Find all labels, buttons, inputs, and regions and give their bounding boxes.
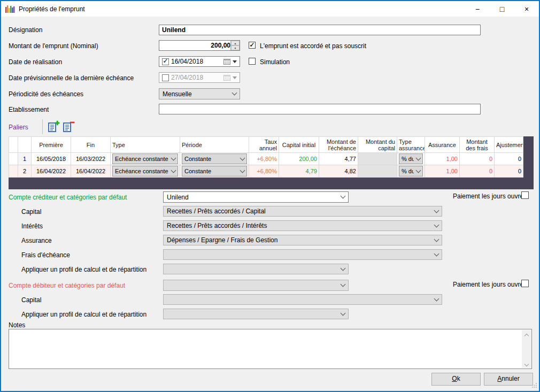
crediteur-interets-label: Intérêts bbox=[21, 222, 43, 230]
crediteur-assurance-label: Assurance bbox=[21, 237, 52, 244]
type-assurance-select[interactable]: % du ... bbox=[399, 166, 423, 176]
periode-select[interactable]: Constante bbox=[182, 166, 247, 176]
cell-fin[interactable]: 16/04/2022 bbox=[71, 165, 111, 178]
cell-premiere[interactable]: 16/05/2018 bbox=[32, 153, 71, 165]
crediteur-jours-ouvres-checkbox[interactable] bbox=[521, 191, 529, 199]
close-button[interactable]: × bbox=[514, 1, 539, 17]
simulation-checkbox[interactable] bbox=[249, 58, 256, 65]
spinner-up-icon[interactable]: ▲ bbox=[231, 41, 240, 45]
crediteur-frais-select[interactable] bbox=[163, 249, 442, 260]
debiteur-capital-select[interactable] bbox=[163, 294, 442, 305]
debiteur-profil-select[interactable] bbox=[163, 309, 349, 319]
cell-montant-echeance[interactable]: 4,77 bbox=[319, 153, 358, 165]
periode-select[interactable]: Constante bbox=[182, 153, 247, 164]
chevron-down-icon bbox=[414, 166, 422, 176]
header-capital-initial: Capital initial bbox=[279, 137, 319, 153]
cell-capital-initial[interactable]: 4,79 bbox=[279, 165, 319, 178]
ok-button[interactable]: Ok bbox=[431, 373, 481, 386]
cell-indicator[interactable] bbox=[9, 165, 18, 178]
type-select[interactable]: Echéance constante bbox=[112, 153, 178, 164]
cell-frais[interactable]: 0 bbox=[460, 165, 495, 178]
crediteur-assurance-select[interactable]: Dépenses / Epargne / Frais de Gestion bbox=[163, 235, 442, 245]
chevron-down-icon bbox=[341, 282, 346, 287]
cell-type: Echéance constante bbox=[111, 153, 180, 165]
cell-taux[interactable]: +6,80% bbox=[249, 153, 279, 165]
maximize-button[interactable]: □ bbox=[490, 1, 514, 17]
paliers-label: Paliers bbox=[9, 124, 28, 131]
cell-assurance[interactable]: 1,00 bbox=[425, 165, 460, 178]
date-dropdown-icon bbox=[233, 76, 237, 79]
etablissement-label: Etablissement bbox=[9, 106, 49, 113]
cell-num[interactable]: 2 bbox=[18, 165, 32, 178]
chevron-down-icon bbox=[434, 296, 439, 301]
date-realisation-field[interactable]: 16/04/2018 bbox=[159, 56, 240, 67]
etablissement-input[interactable] bbox=[159, 104, 481, 114]
montant-input[interactable]: 200,00 ▲ ▼ bbox=[159, 40, 240, 51]
chevron-down-icon bbox=[169, 154, 178, 164]
chevron-down-icon bbox=[238, 166, 246, 176]
periodicite-label: Périodicité des échéances bbox=[9, 90, 83, 98]
cell-type-assurance: % du ... bbox=[397, 165, 425, 178]
notes-textarea[interactable] bbox=[9, 329, 532, 369]
designation-input[interactable]: Unilend bbox=[159, 25, 481, 35]
debiteur-jours-ouvres-label: Paiement les jours ouvrés bbox=[453, 281, 527, 288]
debiteur-account-select[interactable] bbox=[163, 280, 349, 291]
cell-type: Echéance constante bbox=[111, 165, 180, 178]
paliers-grid: Première Fin Type Période Taux annuel Ca… bbox=[9, 136, 534, 189]
crediteur-capital-select[interactable]: Recettes / Prêts accordés / Capital bbox=[163, 206, 442, 217]
cell-capital-initial[interactable]: 200,00 bbox=[279, 153, 319, 165]
type-select[interactable]: Echéance constante bbox=[112, 166, 178, 176]
chevron-down-icon bbox=[434, 222, 439, 227]
add-palier-button[interactable] bbox=[47, 120, 60, 134]
periodicite-select[interactable]: Mensuelle bbox=[159, 88, 240, 99]
cell-taux[interactable]: +6,80% bbox=[249, 165, 279, 178]
spinner-down-icon[interactable]: ▼ bbox=[231, 45, 240, 50]
cell-montant-echeance[interactable]: 4,82 bbox=[319, 165, 358, 178]
cell-assurance[interactable]: 1,00 bbox=[425, 153, 460, 165]
resize-grip[interactable] bbox=[531, 382, 537, 390]
montant-spinner: ▲ ▼ bbox=[230, 41, 240, 50]
window-title: Propriétés de l'emprunt bbox=[19, 5, 85, 13]
minimize-button[interactable]: − bbox=[465, 1, 490, 17]
crediteur-interets-select[interactable]: Recettes / Prêts accordés / Intérêts bbox=[163, 220, 442, 231]
cell-periode: Constante bbox=[180, 165, 249, 178]
date-realisation-checkbox[interactable] bbox=[162, 58, 169, 65]
loan-properties-dialog: Propriétés de l'emprunt − □ × Désignatio… bbox=[0, 0, 540, 392]
calendar-icon bbox=[223, 59, 230, 65]
app-icon bbox=[5, 5, 15, 13]
header-type: Type bbox=[111, 137, 180, 153]
remove-palier-button[interactable] bbox=[61, 120, 75, 134]
cell-ajustement[interactable]: 0 bbox=[495, 165, 523, 178]
crediteur-account-select[interactable]: Unilend bbox=[163, 191, 349, 203]
accorde-checkbox[interactable] bbox=[249, 42, 256, 49]
titlebar: Propriétés de l'emprunt − □ × bbox=[1, 1, 539, 17]
date-previsionnelle-checkbox[interactable] bbox=[162, 74, 169, 81]
date-realisation-label: Date de réalisation bbox=[9, 58, 62, 66]
date-dropdown-icon[interactable] bbox=[233, 60, 237, 63]
scroll-up-icon[interactable] bbox=[524, 334, 528, 338]
debiteur-section-label: Compte débiteur et catégories par défaut bbox=[9, 282, 125, 289]
header-assurance: Assurance bbox=[425, 137, 460, 153]
cell-fin[interactable]: 16/03/2022 bbox=[71, 153, 111, 165]
calendar-icon bbox=[223, 75, 230, 81]
scroll-down-icon[interactable] bbox=[524, 362, 528, 366]
header-num bbox=[18, 137, 32, 153]
header-taux: Taux annuel bbox=[249, 137, 279, 153]
notes-scrollbar[interactable] bbox=[522, 330, 531, 368]
cell-premiere[interactable]: 16/04/2022 bbox=[32, 165, 71, 178]
cell-indicator[interactable] bbox=[9, 153, 18, 165]
date-previsionnelle-label: Date prévisionnelle de la dernière échéa… bbox=[9, 74, 134, 82]
accorde-label: L'emprunt est accordé et pas souscrit bbox=[260, 42, 366, 50]
cell-frais[interactable]: 0 bbox=[460, 153, 495, 165]
crediteur-profil-select[interactable] bbox=[163, 264, 349, 274]
debiteur-jours-ouvres-checkbox[interactable] bbox=[521, 280, 529, 287]
cell-ajustement[interactable]: 0 bbox=[495, 153, 523, 165]
cell-montant-capital bbox=[358, 153, 397, 165]
type-assurance-select[interactable]: % du ... bbox=[399, 153, 423, 164]
cancel-button[interactable]: Annuler bbox=[484, 373, 533, 386]
designation-label: Désignation bbox=[9, 26, 42, 34]
chevron-down-icon bbox=[238, 154, 246, 164]
palier-row: 1 16/05/2018 16/03/2022 Echéance constan… bbox=[9, 153, 523, 165]
debiteur-capital-label: Capital bbox=[21, 296, 41, 304]
cell-num[interactable]: 1 bbox=[18, 153, 32, 165]
